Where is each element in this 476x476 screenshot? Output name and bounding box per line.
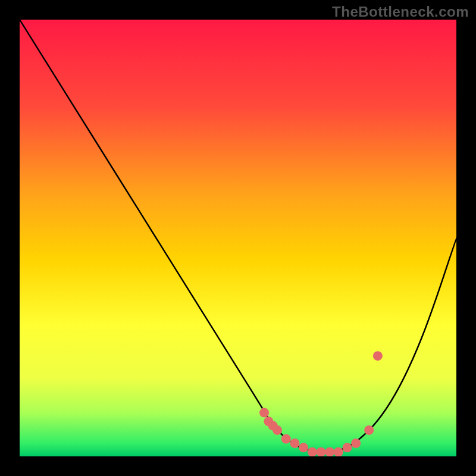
chart-svg xyxy=(20,20,456,456)
data-point-marker xyxy=(373,351,383,361)
data-point-marker xyxy=(308,447,317,456)
data-point-marker xyxy=(290,439,299,448)
data-point-marker xyxy=(281,434,291,444)
data-point-marker xyxy=(259,408,269,418)
chart-container: TheBottleneck.com xyxy=(0,0,476,476)
watermark-text: TheBottleneck.com xyxy=(332,4,469,20)
data-point-marker xyxy=(351,439,361,448)
data-point-marker xyxy=(343,443,352,452)
data-point-marker xyxy=(299,443,308,452)
data-point-marker xyxy=(364,425,374,435)
data-point-marker xyxy=(334,447,343,456)
data-point-marker xyxy=(273,425,282,435)
data-point-marker xyxy=(325,447,334,456)
plot-area xyxy=(20,20,456,456)
gradient-background xyxy=(20,20,456,456)
data-point-marker xyxy=(316,447,325,456)
